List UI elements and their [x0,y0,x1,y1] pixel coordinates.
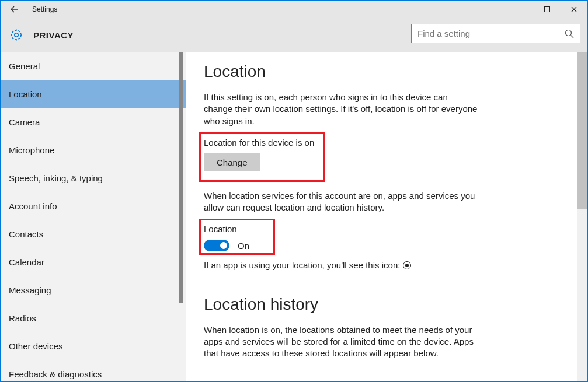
close-icon [571,6,577,12]
location-toggle-block: Location On [204,224,280,251]
page-heading-location-history: Location history [204,295,577,314]
location-toggle-state: On [238,241,249,251]
sidebar-item-label: Feedback & diagnostics [9,369,102,379]
location-usage-icon-text: If an app is using your location, you'll… [204,260,478,271]
sidebar-item-label: Speech, inking, & typing [9,173,103,183]
subheader: PRIVACY [1,18,587,52]
location-toggle[interactable] [204,240,229,251]
page-heading-location: Location [204,62,577,81]
settings-gear-icon [8,28,25,42]
content: Location If this setting is on, each per… [186,52,577,381]
body: GeneralLocationCameraMicrophoneSpeech, i… [1,52,587,381]
location-history-description: When location is on, the locations obtai… [204,324,478,360]
search-icon [565,29,574,38]
location-description: If this setting is on, each person who s… [204,92,478,127]
sidebar-item-label: Account info [9,201,57,211]
sidebar-item-account-info[interactable]: Account info [1,192,186,220]
search-box[interactable] [411,24,580,43]
gear-icon [9,28,23,42]
device-location-status-label: Location for this device is on [204,138,326,148]
minimize-button[interactable] [507,1,534,18]
titlebar: Settings [1,1,587,18]
sidebar-item-speech-inking-typing[interactable]: Speech, inking, & typing [1,164,186,192]
svg-point-2 [15,33,18,37]
window-controls [507,1,587,18]
maximize-button[interactable] [534,1,561,18]
sidebar-item-label: Messaging [9,285,51,295]
minimize-icon [517,6,523,12]
change-button[interactable]: Change [204,153,260,171]
sidebar-item-microphone[interactable]: Microphone [1,136,186,164]
sidebar-item-other-devices[interactable]: Other devices [1,332,186,360]
maximize-icon [544,6,550,12]
sidebar-item-messaging[interactable]: Messaging [1,276,186,304]
svg-rect-0 [517,9,523,9]
location-usage-icon-text-prefix: If an app is using your location, you'll… [204,260,403,270]
location-in-use-icon [403,261,411,269]
content-scroll-thumb[interactable] [577,52,587,209]
sidebar-item-label: Location [9,89,42,99]
sidebar-item-label: Microphone [9,145,54,155]
sidebar-list: GeneralLocationCameraMicrophoneSpeech, i… [1,52,186,381]
back-arrow-icon [9,4,19,15]
sidebar-item-label: Camera [9,117,40,127]
location-toggle-label: Location [204,224,280,234]
close-button[interactable] [561,1,587,18]
search-input[interactable] [417,29,561,38]
sidebar-item-camera[interactable]: Camera [1,108,186,136]
sidebar-scroll-thumb[interactable] [179,52,183,303]
sidebar-item-general[interactable]: General [1,52,186,80]
sidebar-item-label: Contacts [9,229,43,239]
toggle-knob [220,242,227,249]
sidebar-item-feedback-diagnostics[interactable]: Feedback & diagnostics [1,360,186,381]
sidebar-item-location[interactable]: Location [1,80,186,108]
sidebar-item-radios[interactable]: Radios [1,304,186,332]
sidebar-item-contacts[interactable]: Contacts [1,220,186,248]
content-area: Location If this setting is on, each per… [186,52,587,381]
sidebar-scrollbar[interactable] [179,52,183,381]
sidebar-item-calendar[interactable]: Calendar [1,248,186,276]
svg-point-4 [566,30,572,36]
location-toggle-row: On [204,240,280,251]
location-services-description: When location services for this account … [204,190,478,214]
category-title: PRIVACY [33,30,74,40]
window-title: Settings [32,5,57,13]
content-scrollbar[interactable] [577,52,587,381]
sidebar-item-label: Other devices [9,341,63,351]
sidebar: GeneralLocationCameraMicrophoneSpeech, i… [1,52,186,381]
back-button[interactable] [1,1,27,18]
device-location-block: Location for this device is on Change [204,138,326,175]
sidebar-item-label: Calendar [9,257,44,267]
sidebar-item-label: General [9,61,40,71]
svg-rect-1 [545,7,550,12]
settings-window: Settings PRIVACY [0,0,588,382]
svg-line-5 [571,35,574,38]
sidebar-item-label: Radios [9,313,36,323]
